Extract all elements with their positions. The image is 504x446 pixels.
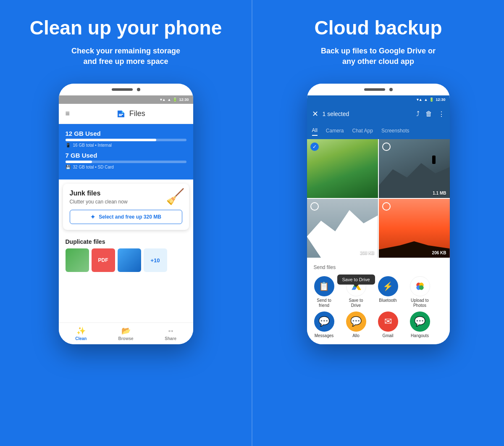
app-gmail[interactable]: ✉ Gmail — [375, 311, 401, 338]
photo-tabs: All Camera Chat App Screenshots — [307, 124, 450, 139]
app-messages[interactable]: 💬 Messages — [311, 311, 337, 338]
bluetooth-label: Bluetooth — [379, 298, 396, 303]
photo-checkbox-3[interactable] — [310, 202, 319, 211]
bottom-nav-left: ✨ Clean 📂 Browse ↔ Share — [59, 322, 193, 344]
phone-icon: 📱 — [66, 143, 71, 148]
phone-top-left — [59, 84, 193, 95]
messages-glyph: 💬 — [318, 316, 330, 327]
gmail-icon: ✉ — [378, 311, 398, 332]
photo-checkbox-1[interactable]: ✓ — [310, 143, 319, 151]
tab-camera[interactable]: Camera — [326, 128, 344, 135]
drive-tooltip: Save to Drive — [337, 274, 375, 285]
share-toolbar-icon[interactable]: ⤴ — [416, 110, 420, 118]
photo-cell-4[interactable]: 206 KB — [379, 199, 450, 258]
toolbar-actions: ⤴ 🗑 ⋮ — [416, 110, 445, 118]
apps-row-1: 📋 Send tofriend Save to Drive — [307, 273, 450, 311]
send-friend-icon: 📋 — [314, 276, 334, 296]
hangouts-icon: 💬 — [410, 311, 430, 332]
send-files-sheet: Send files 📋 Send tofriend Save to Drive — [307, 258, 450, 344]
close-icon[interactable]: ✕ — [312, 109, 318, 119]
photo-cell-3[interactable]: 208 KB — [307, 199, 378, 258]
signal-icon: ▲ — [168, 98, 171, 102]
sd-storage-title: 7 GB Used — [66, 152, 186, 159]
app-hangouts[interactable]: 💬 Hangouts — [407, 311, 433, 338]
app-bar-left: ≡ Files — [59, 104, 193, 124]
hamburger-icon[interactable]: ≡ — [66, 109, 70, 118]
dup-thumb-3 — [118, 248, 141, 272]
nav-clean[interactable]: ✨ Clean — [59, 326, 104, 341]
photo-cell-1[interactable]: ✓ — [307, 139, 378, 198]
dup-thumb-more: +10 — [144, 248, 167, 272]
svg-rect-3 — [119, 115, 122, 116]
delete-icon[interactable]: 🗑 — [425, 110, 432, 118]
app-allo[interactable]: 💬 Allo — [343, 311, 369, 338]
internal-storage-title: 12 GB Used — [66, 130, 186, 137]
gmail-label: Gmail — [382, 333, 393, 338]
messages-label: Messages — [315, 333, 334, 338]
free-up-button[interactable]: ✦ Select and free up 320 MB — [70, 210, 182, 224]
app-drive[interactable]: Save to Drive — [343, 276, 369, 308]
nav-clean-label: Clean — [75, 336, 87, 341]
allo-glyph: 💬 — [350, 316, 362, 327]
junk-broom-icon: 🧹 — [166, 188, 185, 206]
photo-size-3: 208 KB — [360, 251, 375, 255]
copy-icon: 📋 — [319, 281, 329, 291]
app-send-friend[interactable]: 📋 Send tofriend — [311, 276, 337, 308]
upload-photos-circle — [410, 276, 430, 296]
app-upload-photos[interactable]: Upload toPhotos — [407, 276, 433, 308]
hangouts-glyph: 💬 — [414, 316, 425, 327]
right-subtitle: Back up files to Google Drive orany othe… — [321, 46, 436, 67]
dup-thumb-1 — [66, 248, 89, 272]
send-friend-label: Send tofriend — [317, 298, 331, 308]
tab-all[interactable]: All — [312, 127, 318, 136]
internal-storage: 12 GB Used 📱 16 GB total • Internal — [66, 130, 186, 148]
speaker-left — [112, 88, 133, 91]
sd-icon: 💾 — [66, 165, 71, 169]
share-icon: ↔ — [167, 327, 174, 335]
time-left: 12:30 — [179, 98, 189, 102]
sparkle-icon: ✦ — [90, 214, 95, 220]
person-silhouette — [432, 156, 436, 164]
photo-checkbox-2[interactable] — [382, 143, 391, 151]
camera-right — [389, 88, 393, 91]
wifi-icon: ▾▲ — [160, 98, 166, 102]
app-logo: Files — [116, 109, 145, 119]
nav-share-label: Share — [165, 336, 176, 341]
photo-cell-2[interactable]: 1.1 MB — [379, 139, 450, 198]
nav-share[interactable]: ↔ Share — [148, 327, 193, 341]
nav-browse-label: Browse — [118, 336, 133, 341]
send-files-label: Send files — [307, 262, 450, 273]
sd-storage-detail: 💾 32 GB total • SD Card — [66, 165, 186, 169]
left-title: Clean up your phone — [30, 17, 222, 39]
browse-icon: 📂 — [121, 326, 131, 335]
nav-browse[interactable]: 📂 Browse — [103, 326, 148, 341]
free-up-label: Select and free up 320 MB — [99, 214, 161, 220]
left-panel: Clean up your phone Check your remaining… — [0, 0, 252, 446]
tab-chat-app[interactable]: Chat App — [352, 128, 373, 135]
left-subtitle: Check your remaining storageand free up … — [71, 46, 180, 67]
status-bar-left: ▾▲ ▲ 🔋 12:30 — [59, 95, 193, 104]
tab-screenshots[interactable]: Screenshots — [381, 128, 410, 135]
bluetooth-icon-circle: ⚡ — [378, 276, 398, 296]
svg-marker-1 — [122, 111, 124, 113]
allo-label: Allo — [352, 333, 360, 338]
checkmark-icon: ✓ — [312, 144, 317, 150]
messages-icon: 💬 — [314, 311, 334, 332]
status-bar-right: ▾▲ ▲ 🔋 12:30 — [307, 95, 450, 104]
sd-bar-fill — [66, 161, 92, 163]
svg-point-11 — [419, 285, 423, 290]
app-name: Files — [129, 109, 145, 118]
hangouts-label: Hangouts — [411, 333, 429, 338]
photo-grid: ✓ 1.1 MB 208 KB — [307, 139, 450, 258]
photo-checkbox-4[interactable] — [382, 202, 391, 211]
app-bluetooth[interactable]: ⚡ Bluetooth — [375, 276, 401, 303]
right-panel: Cloud backup Back up files to Google Dri… — [252, 0, 504, 446]
bluetooth-icon: ⚡ — [383, 281, 393, 291]
photo-toolbar: ✕ 1 selected ⤴ 🗑 ⋮ — [307, 104, 450, 124]
phone-right: ▾▲ ▲ 🔋 12:30 ✕ 1 selected ⤴ 🗑 ⋮ All Came… — [307, 84, 450, 344]
internal-bar-bg — [66, 139, 186, 141]
duplicate-thumbnails: PDF +10 — [66, 248, 186, 272]
more-icon[interactable]: ⋮ — [438, 110, 445, 118]
sd-storage: 7 GB Used 💾 32 GB total • SD Card — [66, 152, 186, 169]
junk-title: Junk files — [70, 190, 182, 197]
